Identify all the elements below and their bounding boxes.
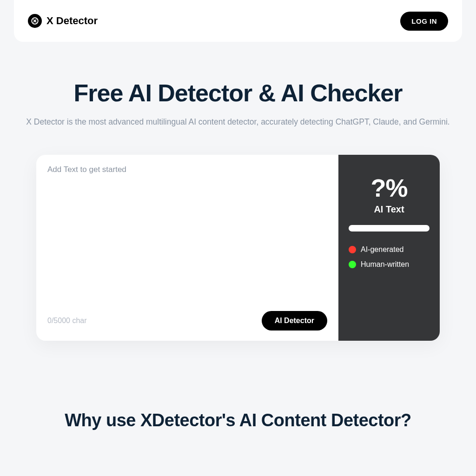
text-input[interactable] — [47, 165, 327, 305]
hero-section: Free AI Detector & AI Checker X Detector… — [0, 42, 476, 145]
header: X Detector LOG IN — [14, 0, 462, 42]
why-title: Why use XDetector's AI Content Detector? — [19, 410, 457, 430]
page-subtitle: X Detector is the most advanced multilin… — [19, 117, 457, 127]
login-button[interactable]: LOG IN — [400, 12, 448, 31]
detect-button[interactable]: AI Detector — [262, 311, 327, 331]
dot-red-icon — [349, 246, 356, 253]
result-label: AI Text — [349, 204, 430, 215]
page-title: Free AI Detector & AI Checker — [19, 79, 457, 107]
input-footer: 0/5000 char AI Detector — [47, 311, 327, 331]
brand-logo[interactable]: X Detector — [28, 14, 98, 28]
char-count: 0/5000 char — [47, 317, 87, 325]
legend-ai-label: AI-generated — [361, 245, 404, 254]
input-area: 0/5000 char AI Detector — [36, 155, 338, 341]
result-percent: ?% — [349, 173, 430, 202]
legend-human-label: Human-written — [361, 260, 409, 269]
result-panel: ?% AI Text AI-generated Human-written — [338, 155, 440, 341]
brand-name: X Detector — [46, 15, 98, 27]
detector-panel: 0/5000 char AI Detector ?% AI Text AI-ge… — [36, 155, 440, 341]
result-bar — [349, 225, 430, 231]
brand-logo-icon — [28, 14, 42, 28]
why-section: Why use XDetector's AI Content Detector? — [0, 341, 476, 430]
dot-green-icon — [349, 261, 356, 268]
legend-ai: AI-generated — [349, 245, 430, 254]
legend-human: Human-written — [349, 260, 430, 269]
